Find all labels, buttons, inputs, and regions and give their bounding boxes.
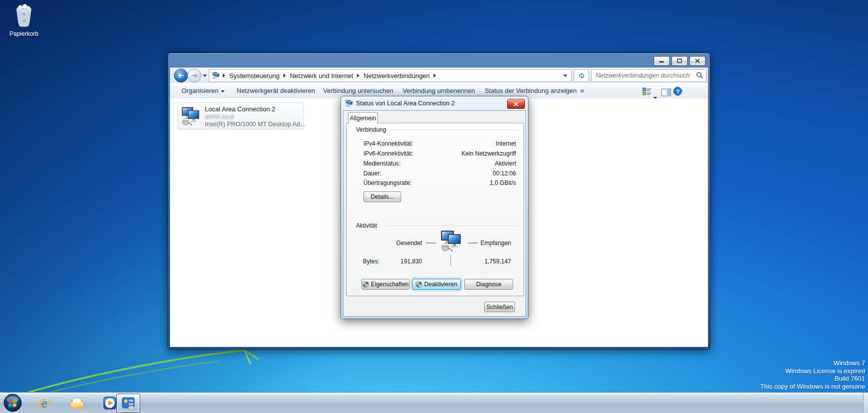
window-titlebar[interactable]: [168, 53, 710, 68]
status-row-duration: Dauer: 00:12:06: [347, 170, 523, 179]
recycle-bin-shortcut[interactable]: Papierkorb: [6, 4, 42, 37]
watermark-line: Build 7601: [760, 375, 865, 383]
close-window-button[interactable]: [690, 56, 705, 66]
breadcrumb-chevron-icon[interactable]: [283, 74, 286, 78]
diagnose-button[interactable]: Diagnose: [464, 279, 513, 290]
network-control-panel-icon: [121, 397, 135, 411]
internet-explorer-icon: e: [37, 396, 52, 411]
dialog-body: Allgemein Verbindung IPv4-Konnektivität:…: [343, 110, 526, 317]
breadcrumb-item-systemsteuerung[interactable]: Systemsteuerung: [227, 72, 281, 80]
connection-list-item[interactable]: Local Area Connection 2 aWMl.local Intel…: [177, 102, 304, 130]
row-value: 1,0 GBit/s: [490, 179, 516, 186]
received-dash: [468, 243, 478, 244]
refresh-button[interactable]: [574, 69, 589, 82]
status-row-media-state: Medienstatus: Aktiviert: [347, 160, 523, 169]
svg-text:e: e: [41, 396, 47, 411]
search-icon[interactable]: [696, 72, 703, 79]
row-value: 00:12:06: [493, 170, 516, 177]
status-row-ipv6: IPv6-Konnektivität: Kein Netzwerkzugriff: [347, 150, 523, 159]
help-icon: ?: [673, 86, 683, 96]
properties-label: Eigenschaften: [371, 281, 409, 288]
breadcrumb: Systemsteuerung Netzwerk und Internet Ne…: [209, 69, 572, 82]
taskbar-active-window-button[interactable]: [116, 394, 140, 413]
bytes-divider: [450, 255, 451, 266]
minimize-button[interactable]: [654, 56, 670, 66]
show-desktop-button[interactable]: [863, 393, 868, 413]
back-button[interactable]: [174, 69, 188, 83]
breadcrumb-item-netzwerk-und-internet[interactable]: Netzwerk und Internet: [288, 72, 355, 80]
windows-start-orb-icon: [3, 394, 22, 412]
toolbar-overflow-chevron[interactable]: »: [580, 83, 584, 98]
tab-page-general: Verbindung IPv4-Konnektivität: Internet …: [346, 123, 524, 296]
connection-device-name: Intel(R) PRO/1000 MT Desktop Ad...: [205, 121, 305, 128]
organize-menu-button[interactable]: Organisieren: [181, 83, 225, 98]
activity-group-label: Aktivität: [356, 222, 377, 229]
address-dropdown-icon[interactable]: [563, 75, 567, 77]
back-arrow-icon: [174, 69, 187, 82]
desktop: Papierkorb Windows 7 Windows License is …: [0, 0, 868, 413]
svg-text:?: ?: [676, 88, 680, 94]
network-folder-icon: [212, 72, 221, 80]
watermark-line: This copy of Windows is not genuine: [760, 383, 865, 391]
close-dialog-button[interactable]: Schließen: [484, 302, 515, 312]
toolbar-item-disable-device[interactable]: Netzwerkgerät deaktivieren: [237, 83, 315, 98]
minimize-icon: [659, 59, 664, 63]
sent-label: Gesendet: [396, 240, 422, 247]
details-button[interactable]: Details...: [363, 191, 401, 202]
connection-domain-blurred: aWMl.local: [205, 113, 234, 120]
row-value: Aktiviert: [495, 160, 516, 167]
forward-button[interactable]: [187, 69, 201, 83]
disable-label: Deaktivieren: [424, 281, 457, 288]
forward-arrow-icon: [188, 69, 201, 82]
bytes-sent-value: 191,830: [401, 258, 422, 265]
media-player-icon: [102, 396, 117, 411]
properties-button[interactable]: Eigenschaften: [361, 279, 410, 290]
breadcrumb-item-netzwerkverbindungen[interactable]: Netzwerkverbindungen: [361, 72, 432, 80]
dialog-close-button[interactable]: [507, 99, 525, 109]
taskbar-media-player[interactable]: [102, 396, 117, 411]
recycle-bin-label: Papierkorb: [6, 30, 42, 37]
recent-pages-dropdown[interactable]: [203, 75, 207, 77]
watermark-line: Windows 7: [760, 359, 865, 367]
breadcrumb-chevron-icon[interactable]: [357, 74, 359, 78]
organize-label: Organisieren: [181, 87, 218, 94]
received-label: Empfangen: [481, 240, 511, 247]
group-divider: [391, 130, 519, 130]
tab-allgemein[interactable]: Allgemein: [348, 112, 378, 124]
breadcrumb-chevron-icon[interactable]: [434, 74, 436, 78]
close-icon: [514, 102, 519, 106]
address-bar: Systemsteuerung Netzwerk und Internet Ne…: [170, 68, 708, 83]
row-value: Internet: [496, 140, 516, 147]
status-row-speed: Übertragungsrate: 1,0 GBit/s: [347, 179, 523, 188]
maximize-icon: [677, 59, 682, 63]
taskbar-windows-explorer[interactable]: [70, 396, 85, 411]
dialog-status-icon: [346, 99, 353, 107]
row-label: Dauer:: [363, 170, 381, 177]
search-box: [591, 69, 706, 82]
folder-icon: [70, 396, 85, 411]
row-value: Kein Netzwerkzugriff: [461, 150, 516, 157]
network-adapter-icon: [181, 105, 202, 126]
views-icon: [642, 87, 652, 96]
dialog-title: Status von Local Area Connection 2: [356, 100, 455, 107]
windows-activation-watermark: Windows 7 Windows License is expired Bui…: [760, 359, 865, 390]
status-dialog: Status von Local Area Connection 2 Allge…: [341, 96, 528, 319]
row-label: Übertragungsrate:: [363, 179, 412, 186]
breadcrumb-chevron-icon[interactable]: [223, 74, 225, 78]
dropdown-arrow-icon: [221, 90, 225, 92]
search-input[interactable]: [595, 71, 691, 81]
bytes-received-value: 1,759,147: [485, 258, 511, 265]
disable-button[interactable]: Deaktivieren: [412, 279, 461, 290]
taskbar: e: [0, 392, 868, 413]
group-divider: [386, 226, 519, 226]
dialog-titlebar[interactable]: Status von Local Area Connection 2: [341, 96, 528, 110]
preview-pane-icon: [661, 88, 671, 96]
row-label: Medienstatus:: [363, 160, 401, 167]
maximize-button[interactable]: [672, 56, 688, 66]
uac-shield-icon: [362, 281, 369, 288]
taskbar-internet-explorer[interactable]: e: [37, 396, 52, 411]
start-button[interactable]: [3, 394, 22, 412]
recycle-bin-icon: [12, 4, 35, 28]
refresh-icon: [578, 72, 586, 80]
bytes-label: Bytes:: [363, 258, 379, 265]
